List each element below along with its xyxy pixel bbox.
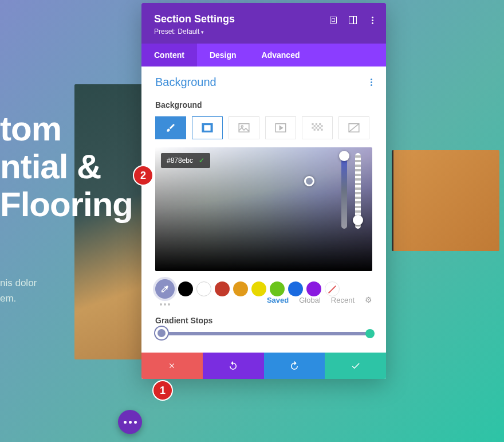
hero-image-right <box>392 150 499 251</box>
kebab-menu-icon[interactable] <box>368 15 377 25</box>
undo-button[interactable] <box>203 353 264 379</box>
check-icon[interactable]: ✓ <box>199 157 204 165</box>
svg-rect-7 <box>319 123 321 125</box>
alpha-slider-handle[interactable] <box>353 215 363 225</box>
section-menu-icon[interactable] <box>371 79 372 86</box>
gear-icon[interactable]: ⚙ <box>365 295 372 304</box>
background-type-tabs <box>155 116 372 139</box>
swatch-none[interactable] <box>325 281 340 296</box>
hero-line-1: tom <box>0 110 133 148</box>
hero-sub-2: em. <box>0 291 37 306</box>
swatch-orange[interactable] <box>233 281 248 296</box>
swatch-blue[interactable] <box>288 281 303 296</box>
cancel-button[interactable] <box>141 353 203 379</box>
annotation-badge-2: 2 <box>133 165 153 186</box>
tab-advanced[interactable]: Advanced <box>249 44 313 67</box>
bg-type-video[interactable] <box>265 116 296 139</box>
gradient-stops-label: Gradient Stops <box>155 316 372 325</box>
color-picker-area[interactable]: #878ebc ✓ <box>155 147 372 271</box>
swatch-black[interactable] <box>178 281 193 296</box>
svg-rect-1 <box>204 125 210 131</box>
hue-slider-handle[interactable] <box>339 151 349 161</box>
gradient-stop-handle[interactable] <box>155 327 168 339</box>
preset-dropdown[interactable]: Preset: Default <box>154 28 373 36</box>
bg-type-pattern[interactable] <box>302 116 333 139</box>
alpha-slider[interactable] <box>355 153 361 229</box>
palette-tabs: Saved Global Recent ⚙ <box>155 295 372 304</box>
palette-tab-saved[interactable]: Saved <box>267 296 289 304</box>
svg-rect-16 <box>321 129 322 131</box>
palette-tab-recent[interactable]: Recent <box>331 296 355 304</box>
settings-modal: Section Settings Preset: Default Content… <box>141 3 386 379</box>
bg-type-color[interactable] <box>155 116 186 139</box>
hero-heading: tom ntial & Flooring <box>0 110 133 224</box>
expand-icon[interactable] <box>329 15 338 25</box>
hero-line-3: Flooring <box>0 186 133 224</box>
bg-type-image[interactable] <box>229 116 259 139</box>
svg-rect-13 <box>319 127 321 128</box>
svg-rect-14 <box>314 129 316 131</box>
redo-button[interactable] <box>264 353 325 379</box>
svg-rect-8 <box>314 125 316 127</box>
svg-rect-12 <box>316 127 317 128</box>
svg-rect-9 <box>317 125 319 127</box>
hex-value-badge[interactable]: #878ebc ✓ <box>161 153 210 168</box>
svg-rect-10 <box>321 125 322 127</box>
fab-menu-button[interactable] <box>118 410 142 434</box>
eyedropper-button[interactable] <box>155 279 175 299</box>
section-title[interactable]: Background <box>155 76 216 89</box>
hue-slider[interactable] <box>341 153 347 229</box>
gradient-track[interactable] <box>158 332 370 335</box>
modal-tabs: Content Design Advanced <box>141 44 386 67</box>
tab-content[interactable]: Content <box>141 44 197 67</box>
color-picker-cursor[interactable] <box>304 176 314 186</box>
swatch-white[interactable] <box>196 281 211 296</box>
palette-tab-global[interactable]: Global <box>299 296 321 304</box>
bg-type-mask[interactable] <box>338 116 369 139</box>
svg-rect-15 <box>317 129 319 131</box>
swatch-red[interactable] <box>215 281 230 296</box>
swatch-green[interactable] <box>270 281 285 296</box>
modal-header[interactable]: Section Settings Preset: Default <box>141 3 386 44</box>
hex-value: #878ebc <box>167 157 193 165</box>
annotation-badge-1: 1 <box>152 380 173 401</box>
save-button[interactable] <box>325 353 386 379</box>
hero-subtext: nis dolor em. <box>0 275 37 306</box>
split-view-icon[interactable] <box>348 15 357 25</box>
hero-line-2: ntial & <box>0 148 133 186</box>
modal-footer <box>141 353 386 379</box>
hero-sub-1: nis dolor <box>0 275 37 291</box>
swatch-yellow[interactable] <box>251 281 266 296</box>
svg-rect-6 <box>316 123 317 125</box>
svg-rect-5 <box>312 123 313 125</box>
tab-design[interactable]: Design <box>197 44 249 67</box>
swatch-purple[interactable] <box>306 281 321 296</box>
svg-rect-11 <box>312 127 313 128</box>
svg-point-3 <box>241 126 243 127</box>
background-label: Background <box>155 100 372 109</box>
ellipsis-icon <box>124 421 137 424</box>
bg-type-gradient[interactable] <box>192 116 223 139</box>
